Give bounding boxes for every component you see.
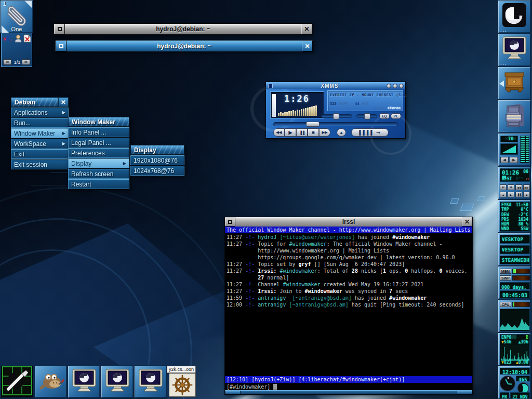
xmms-titlebar[interactable]: XMMS bbox=[266, 82, 405, 89]
dock-tile-mixer[interactable]: 8708◀▶ bbox=[498, 133, 531, 166]
menu-item-info-panel[interactable]: Info Panel ... bbox=[68, 127, 129, 137]
appicon-terminal-1[interactable] bbox=[68, 365, 100, 398]
xmms-pl-button[interactable]: PL bbox=[391, 113, 401, 119]
irssi-input-line[interactable]: [#windowmaker] bbox=[227, 383, 277, 390]
cd-stop-button[interactable]: ■ bbox=[523, 192, 530, 197]
xmms-prev-button[interactable]: ◀◀ bbox=[273, 128, 285, 137]
cd-prev-button[interactable]: ⏴⏴ bbox=[500, 184, 507, 190]
xmms-play-button[interactable]: ▶ bbox=[285, 128, 296, 137]
cd-play-button[interactable]: ▶ bbox=[508, 192, 514, 197]
drawer-arrow-icon[interactable] bbox=[499, 81, 504, 87]
xmms-next-button[interactable]: ▶▶ bbox=[319, 128, 330, 137]
appicon-terminal-3[interactable] bbox=[134, 365, 167, 398]
irssi-terminal[interactable]: The official Window Maker channel - http… bbox=[225, 227, 472, 391]
cd-next-button[interactable]: ⏵⏵ bbox=[508, 184, 514, 190]
xmms-eject-button[interactable]: ▲ bbox=[337, 128, 346, 137]
xmms-shuffle-repeat-button[interactable]: ▌▌▌▌ ➞ bbox=[351, 128, 389, 137]
tray-button-vesktop[interactable]: VESKTOP bbox=[500, 245, 530, 254]
user-icon[interactable] bbox=[14, 34, 22, 43]
menu-item-preferences[interactable]: Preferences bbox=[68, 148, 129, 158]
dock-tile-mem[interactable]: MEMSWP000 days,00:45:03 bbox=[498, 266, 531, 299]
menu-item-exit[interactable]: Exit bbox=[11, 149, 69, 159]
miniaturize-button[interactable] bbox=[56, 41, 66, 51]
cd-pause-button[interactable]: ▐▐ bbox=[515, 192, 522, 197]
close-button[interactable]: ✕ bbox=[301, 24, 312, 34]
xmms-eq-button[interactable]: EQ bbox=[379, 113, 390, 119]
dock-tile-net[interactable]: ENP088B▼546▲396▼823▲0.00 bbox=[498, 332, 531, 366]
chat-segment: [~antranigv@bsd.am] bbox=[289, 302, 351, 308]
menu-item-workspace[interactable]: WorkSpace▶ bbox=[11, 139, 69, 149]
menu-item-refresh-screen[interactable]: Refresh screen bbox=[68, 169, 129, 179]
resize-handle-left[interactable] bbox=[225, 391, 241, 394]
dock-tile-buttons[interactable]: VESKTOPVESKTOPSTEAMWEBH bbox=[498, 233, 531, 266]
mixer-volume-ramp[interactable] bbox=[500, 143, 518, 155]
irssi-window[interactable]: irssi ✕ The official Window Maker channe… bbox=[224, 217, 473, 395]
doc-x-icon[interactable] bbox=[23, 34, 31, 43]
dock-tile-cd[interactable]: 01:2600REST8**↺⏴⏴⏵⏵◀◀▶▶▲▶▐▐■ bbox=[498, 166, 531, 200]
menu-item-display[interactable]: Display▶ bbox=[68, 158, 129, 168]
xmms-volume-slider[interactable] bbox=[321, 114, 352, 118]
menu-title[interactable]: Window Maker bbox=[68, 117, 129, 127]
dock-tile-terminal[interactable]: ... bbox=[498, 33, 531, 66]
cd-ffwd-button[interactable]: ▶▶ bbox=[523, 184, 530, 190]
pager-next-button[interactable]: ⇨ bbox=[22, 59, 30, 65]
window-titlebar[interactable]: irssi bbox=[235, 217, 462, 227]
tray-button-steamwebh[interactable]: STEAMWEBH bbox=[500, 256, 530, 264]
xmms-seek-knob[interactable] bbox=[306, 122, 320, 127]
appicon-gimp[interactable] bbox=[34, 365, 67, 398]
dock-tile-cpu[interactable]: CPU bbox=[498, 299, 531, 332]
xmms-menu-icon[interactable] bbox=[268, 84, 273, 88]
miniaturize-button[interactable] bbox=[54, 24, 65, 34]
pager-label: 1/1 bbox=[13, 60, 21, 65]
xmms-balance-slider[interactable] bbox=[356, 114, 377, 118]
dock-tile-weather[interactable]: EYKA11:50TMP8°CDEW-2°CPRS1034HUM80 %WNDS… bbox=[498, 200, 531, 233]
window-titlebar[interactable]: hydroJ@debian: ~ bbox=[66, 41, 302, 51]
xmms-shade-button[interactable] bbox=[393, 84, 397, 88]
appicon-terminal-2[interactable] bbox=[101, 365, 134, 398]
miniaturize-button[interactable] bbox=[225, 217, 235, 227]
menu-item-run[interactable]: Run... bbox=[11, 118, 69, 128]
pager-prev-button[interactable]: ⇦ bbox=[3, 59, 11, 65]
menu-item-restart[interactable]: Restart bbox=[68, 179, 129, 189]
menu-close-button[interactable]: ✕ bbox=[58, 97, 69, 107]
wm-clip[interactable]: 1 One bbox=[0, 0, 33, 33]
menu-title[interactable]: Display bbox=[130, 145, 184, 155]
terminal-window-1-shaded[interactable]: hydroJ@debian: ~ ✕ bbox=[54, 23, 313, 35]
menu-item-exit-session[interactable]: Exit session bbox=[11, 159, 69, 169]
menu-item-window-maker[interactable]: Window Maker▶ bbox=[11, 128, 69, 138]
menu-item-532x399-76[interactable]: 532x399@76 bbox=[130, 166, 184, 176]
menu-item-applications[interactable]: Applications▶ bbox=[11, 108, 69, 117]
close-button[interactable]: ✕ bbox=[302, 41, 313, 51]
mem-meter-fill bbox=[513, 269, 516, 273]
menu-item-legal-panel[interactable]: Legal Panel ... bbox=[68, 138, 129, 148]
miniwindow-ship-wheel[interactable] bbox=[169, 373, 196, 397]
terminal-window-2-shaded[interactable]: hydroJ@debian: ~ ✕ bbox=[55, 40, 313, 52]
dock-tile-window-maker[interactable]: ... bbox=[498, 0, 531, 33]
dock-tile-file-cabinet[interactable]: ... bbox=[498, 100, 531, 133]
menu-item-1920x1080-76[interactable]: 1920x1080@76 bbox=[130, 155, 184, 165]
menu-item-label: Window Maker bbox=[14, 130, 62, 137]
xmms-seek-slider[interactable] bbox=[273, 122, 398, 126]
xmms-pause-button[interactable]: ▐▐ bbox=[296, 128, 308, 137]
xmms-stop-button[interactable]: ■ bbox=[308, 128, 319, 137]
appicon-wmaker-config[interactable] bbox=[1, 365, 33, 398]
resize-handle-right[interactable] bbox=[457, 391, 472, 394]
mixer-next-button[interactable]: ▶ bbox=[510, 157, 518, 163]
xmms-close-button[interactable] bbox=[399, 84, 404, 88]
vc-icon[interactable]: vC. bbox=[3, 35, 12, 42]
tray-button-vesktop[interactable]: VESKTOP bbox=[500, 235, 530, 244]
xmms-balance-knob[interactable] bbox=[364, 113, 370, 119]
dock-tile-clock[interactable]: 12:10:04465FR21 NOV bbox=[498, 366, 531, 399]
xmms-player[interactable]: XMMS 1:26 EVEREST EP - MOUNT EVEREST (5:… bbox=[265, 82, 406, 139]
xmms-volume-knob[interactable] bbox=[333, 113, 339, 119]
resize-bar[interactable] bbox=[225, 390, 472, 394]
xmms-minimize-button[interactable] bbox=[387, 84, 391, 88]
cd-rew-button[interactable]: ◀◀ bbox=[515, 184, 522, 190]
window-titlebar[interactable]: hydroJ@debian: ~ bbox=[65, 24, 301, 34]
chat-segment: gryf bbox=[299, 261, 314, 267]
menu-title[interactable]: Debian bbox=[11, 97, 58, 107]
cd-eject-button[interactable]: ▲ bbox=[500, 192, 507, 197]
close-button[interactable]: ✕ bbox=[462, 217, 472, 227]
dock-tile-drawer[interactable] bbox=[498, 66, 531, 100]
mixer-prev-button[interactable]: ◀ bbox=[500, 157, 509, 163]
